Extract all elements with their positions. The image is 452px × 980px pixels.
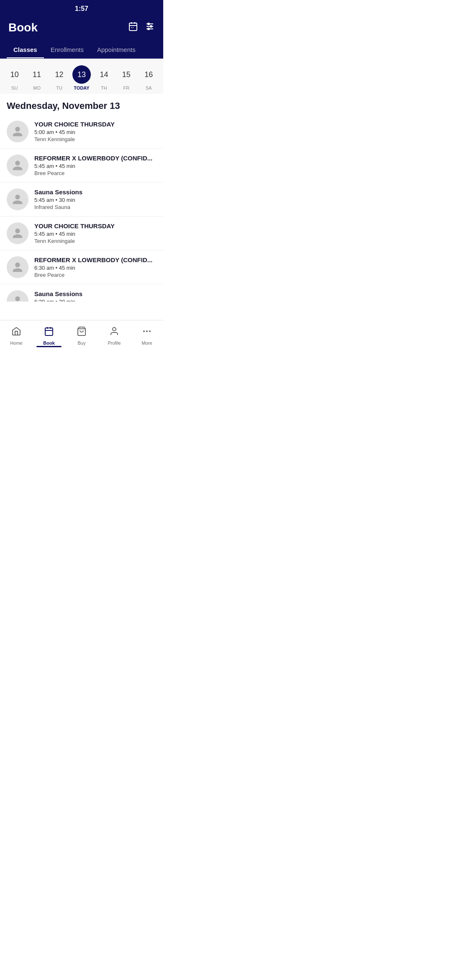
class-info-2: Sauna Sessions 5:45 am • 30 min Infrared… <box>34 188 157 210</box>
calendar-strip: 10 Su 11 Mo 12 Tu 13 Today 14 Th 15 Fr 1… <box>0 59 163 94</box>
nav-item-profile[interactable]: Profile <box>98 325 131 347</box>
avatar-1 <box>7 155 28 176</box>
class-info-4: REFORMER X LOWERBODY (CONFID... 6:30 am … <box>34 256 157 278</box>
class-name-2: Sauna Sessions <box>34 188 157 196</box>
avatar-0 <box>7 121 28 142</box>
profile-icon <box>109 326 119 339</box>
status-bar: 1:57 <box>0 0 163 16</box>
class-item-0[interactable]: YOUR CHOICE THURSDAY 5:00 am • 45 min Te… <box>0 115 163 149</box>
svg-point-17 <box>113 328 116 331</box>
cal-day-4[interactable]: 14 Th <box>95 65 113 90</box>
more-icon <box>142 326 152 339</box>
date-heading: Wednesday, November 13 <box>0 94 163 115</box>
class-info-5: Sauna Sessions 6:30 am • 30 min Infrared… <box>34 290 157 302</box>
avatar-4 <box>7 256 28 278</box>
svg-point-20 <box>149 330 151 332</box>
page-title: Book <box>8 21 38 34</box>
nav-label-home: Home <box>10 340 22 346</box>
nav-label-more: More <box>141 340 152 346</box>
bottom-nav: Home Book Buy <box>0 320 163 353</box>
class-name-1: REFORMER X LOWERBODY (CONFID... <box>34 155 157 162</box>
cal-day-0[interactable]: 10 Su <box>5 65 24 90</box>
svg-rect-12 <box>45 328 53 335</box>
class-time-3: 5:45 am • 45 min <box>34 231 157 237</box>
cal-day-5[interactable]: 15 Fr <box>117 65 136 90</box>
class-time-5: 6:30 am • 30 min <box>34 299 157 302</box>
class-name-4: REFORMER X LOWERBODY (CONFID... <box>34 256 157 263</box>
tab-enrollments[interactable]: Enrollments <box>44 41 90 58</box>
cal-day-6[interactable]: 16 Sa <box>139 65 158 90</box>
avatar-2 <box>7 188 28 210</box>
class-item-4[interactable]: REFORMER X LOWERBODY (CONFID... 6:30 am … <box>0 250 163 284</box>
nav-item-more[interactable]: More <box>131 325 163 347</box>
cal-day-2[interactable]: 12 Tu <box>50 65 69 90</box>
class-item-1[interactable]: REFORMER X LOWERBODY (CONFID... 5:45 am … <box>0 149 163 183</box>
svg-point-18 <box>143 330 145 332</box>
classes-list: YOUR CHOICE THURSDAY 5:00 am • 45 min Te… <box>0 115 163 302</box>
nav-label-buy: Buy <box>78 340 86 346</box>
cal-day-1[interactable]: 11 Mo <box>28 65 46 90</box>
class-item-2[interactable]: Sauna Sessions 5:45 am • 30 min Infrared… <box>0 183 163 217</box>
class-instructor-4: Bree Pearce <box>34 272 157 278</box>
home-icon <box>11 326 21 339</box>
tab-bar: Classes Enrollments Appointments <box>0 41 163 59</box>
nav-item-home[interactable]: Home <box>0 325 33 347</box>
book-icon <box>44 326 54 339</box>
nav-active-indicator <box>36 346 62 347</box>
svg-point-5 <box>133 27 134 28</box>
svg-point-10 <box>150 26 152 27</box>
calendar-icon[interactable] <box>128 21 138 34</box>
class-instructor-3: Tenn Kenningale <box>34 238 157 244</box>
buy-icon <box>77 326 87 339</box>
nav-item-buy[interactable]: Buy <box>65 325 98 347</box>
svg-point-19 <box>146 330 148 332</box>
avatar-5 <box>7 290 28 302</box>
class-instructor-1: Bree Pearce <box>34 170 157 176</box>
tab-classes[interactable]: Classes <box>7 41 44 58</box>
class-info-3: YOUR CHOICE THURSDAY 5:45 am • 45 min Te… <box>34 222 157 244</box>
svg-rect-0 <box>129 23 137 31</box>
filter-icon[interactable] <box>145 21 155 34</box>
svg-point-4 <box>131 27 132 28</box>
nav-label-book: Book <box>43 340 55 346</box>
class-item-3[interactable]: YOUR CHOICE THURSDAY 5:45 am • 45 min Te… <box>0 217 163 250</box>
class-name-0: YOUR CHOICE THURSDAY <box>34 121 157 128</box>
class-time-1: 5:45 am • 45 min <box>34 163 157 169</box>
class-name-5: Sauna Sessions <box>34 290 157 297</box>
header-actions <box>128 21 155 34</box>
cal-day-3[interactable]: 13 Today <box>72 65 91 90</box>
class-name-3: YOUR CHOICE THURSDAY <box>34 222 157 230</box>
avatar-3 <box>7 222 28 244</box>
status-time: 1:57 <box>75 5 88 12</box>
header: Book <box>0 16 163 41</box>
nav-item-book[interactable]: Book <box>33 325 65 347</box>
svg-point-11 <box>148 28 149 30</box>
svg-point-9 <box>148 23 149 25</box>
tab-appointments[interactable]: Appointments <box>90 41 142 58</box>
class-item-5[interactable]: Sauna Sessions 6:30 am • 30 min Infrared… <box>0 284 163 302</box>
class-time-2: 5:45 am • 30 min <box>34 197 157 203</box>
class-time-4: 6:30 am • 45 min <box>34 265 157 271</box>
nav-label-profile: Profile <box>108 340 121 346</box>
class-info-0: YOUR CHOICE THURSDAY 5:00 am • 45 min Te… <box>34 121 157 142</box>
class-info-1: REFORMER X LOWERBODY (CONFID... 5:45 am … <box>34 155 157 176</box>
class-instructor-0: Tenn Kenningale <box>34 136 157 142</box>
class-instructor-2: Infrared Sauna <box>34 204 157 210</box>
class-time-0: 5:00 am • 45 min <box>34 129 157 135</box>
